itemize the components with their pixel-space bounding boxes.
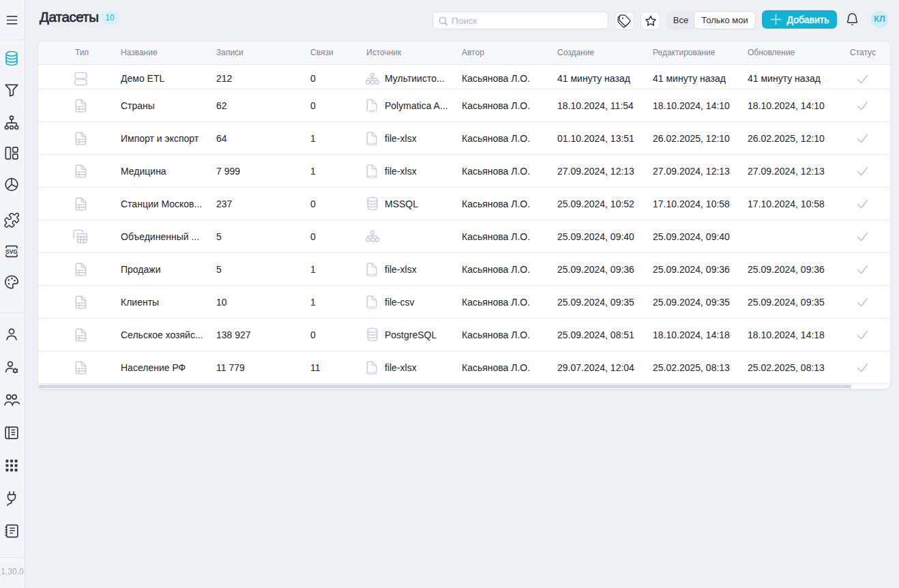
- svg-text:XLSX: XLSX: [367, 141, 377, 145]
- svg-text:XLSX: XLSX: [367, 370, 377, 374]
- svg-text:CSV: CSV: [368, 305, 375, 309]
- svg-text:SVG: SVG: [5, 248, 18, 255]
- svg-text:XLSX: XLSX: [367, 272, 377, 276]
- svg-text:XLSX: XLSX: [367, 174, 377, 178]
- svg-text:API: API: [369, 108, 375, 113]
